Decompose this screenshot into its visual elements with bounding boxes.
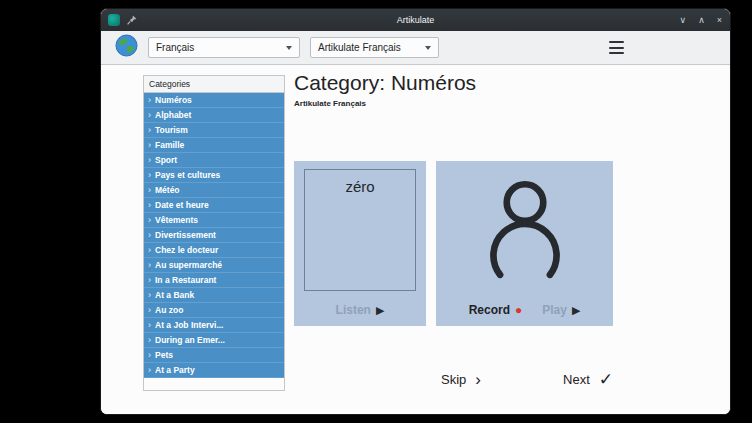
minimize-button[interactable]: ∨	[680, 16, 687, 25]
globe-icon	[115, 34, 138, 61]
chevron-down-icon	[425, 46, 431, 50]
toolbar: Français Artikulate Français	[101, 31, 730, 65]
chevron-right-icon: ›	[148, 126, 151, 135]
category-item-label: Pays et cultures	[155, 170, 220, 180]
play-icon[interactable]: ▶	[572, 305, 580, 316]
chevron-right-icon: ›	[148, 171, 151, 180]
category-item-label: Tourism	[155, 125, 188, 135]
page-title: Category: Numéros	[294, 71, 476, 95]
category-item[interactable]: › Météo	[144, 183, 284, 198]
category-item-label: At a Bank	[155, 290, 194, 300]
category-item[interactable]: › Pets	[144, 348, 284, 363]
chevron-right-icon: ›	[148, 231, 151, 240]
category-item[interactable]: › At a Party	[144, 363, 284, 378]
category-item[interactable]: › Au zoo	[144, 303, 284, 318]
category-item-label: Vêtements	[155, 215, 198, 225]
close-button[interactable]: ×	[717, 16, 722, 25]
category-item[interactable]: › Divertissement	[144, 228, 284, 243]
category-item[interactable]: › At a Bank	[144, 288, 284, 303]
categories-panel: Categories › Numéros › Alphabet › Touris…	[143, 75, 285, 391]
category-item[interactable]: › Sport	[144, 153, 284, 168]
category-item[interactable]: › Tourism	[144, 123, 284, 138]
category-item-label: Famille	[155, 140, 184, 150]
window-title: Artikulate	[101, 15, 730, 25]
play-button[interactable]: Play	[542, 303, 567, 317]
checkmark-icon: ✓	[599, 371, 613, 388]
category-item[interactable]: › Vêtements	[144, 213, 284, 228]
next-button[interactable]: Next ✓	[563, 371, 613, 388]
category-item-label: Au zoo	[155, 305, 183, 315]
category-item[interactable]: › Famille	[144, 138, 284, 153]
language-selector[interactable]: Français	[148, 37, 300, 58]
app-window: Artikulate ∨ ∧ × Français Artikulate Fra…	[100, 8, 731, 415]
category-item[interactable]: › Alphabet	[144, 108, 284, 123]
chevron-right-icon: ›	[148, 96, 151, 105]
category-item[interactable]: › Numéros	[144, 93, 284, 108]
category-item[interactable]: › Pays et cultures	[144, 168, 284, 183]
phrase-card: zéro Listen ▶	[294, 161, 426, 326]
record-button[interactable]: Record	[469, 303, 510, 317]
page-subtitle: Artikulate Français	[294, 99, 366, 108]
chevron-right-icon: ›	[148, 306, 151, 315]
record-card: Record ● Play ▶	[436, 161, 613, 326]
titlebar-left-icons	[108, 9, 137, 31]
record-icon[interactable]: ●	[515, 304, 522, 316]
category-item-label: Date et heure	[155, 200, 209, 210]
maximize-button[interactable]: ∧	[698, 16, 705, 25]
category-item-label: Au supermarché	[155, 260, 222, 270]
skip-button[interactable]: Skip ›	[441, 371, 481, 388]
menu-button[interactable]	[609, 41, 624, 54]
chevron-right-icon: ›	[148, 351, 151, 360]
chevron-down-icon	[286, 46, 292, 50]
pin-icon[interactable]	[127, 11, 137, 29]
chevron-right-icon: ›	[148, 261, 151, 270]
category-item[interactable]: › In a Restaurant	[144, 273, 284, 288]
category-item[interactable]: › Au supermarché	[144, 258, 284, 273]
chevron-right-icon: ›	[148, 336, 151, 345]
chevron-right-icon: ›	[148, 366, 151, 375]
categories-header: Categories	[144, 76, 284, 93]
chevron-right-icon: ›	[148, 201, 151, 210]
app-icon[interactable]	[108, 14, 120, 26]
phrase-text: zéro	[304, 169, 416, 291]
category-item[interactable]: › At a Job Intervi...	[144, 318, 284, 333]
chevron-right-icon: ›	[148, 141, 151, 150]
category-item-label: During an Emer...	[155, 335, 225, 345]
navigation-row: Skip › Next ✓	[441, 365, 613, 393]
category-list: › Numéros › Alphabet › Tourism › Famille…	[144, 93, 284, 378]
chevron-right-icon: ›	[148, 246, 151, 255]
category-item-label: At a Job Intervi...	[155, 320, 224, 330]
chevron-right-icon: ›	[148, 276, 151, 285]
course-selector[interactable]: Artikulate Français	[310, 37, 439, 58]
chevron-right-icon: ›	[148, 321, 151, 330]
category-item-label: Alphabet	[155, 110, 191, 120]
language-selector-value: Français	[156, 42, 194, 53]
chevron-right-icon: ›	[148, 156, 151, 165]
category-item-label: Divertissement	[155, 230, 216, 240]
category-item[interactable]: › During an Emer...	[144, 333, 284, 348]
category-item[interactable]: › Date et heure	[144, 198, 284, 213]
content-area: Categories › Numéros › Alphabet › Touris…	[101, 65, 730, 415]
category-item-label: In a Restaurant	[155, 275, 216, 285]
category-item-label: At a Party	[155, 365, 195, 375]
chevron-right-icon: ›	[475, 371, 481, 388]
category-item-label: Chez le docteur	[155, 245, 218, 255]
category-item[interactable]: › Chez le docteur	[144, 243, 284, 258]
category-item-label: Sport	[155, 155, 177, 165]
window-controls: ∨ ∧ ×	[680, 9, 722, 31]
chevron-right-icon: ›	[148, 111, 151, 120]
category-item-label: Numéros	[155, 95, 192, 105]
chevron-right-icon: ›	[148, 186, 151, 195]
course-selector-value: Artikulate Français	[318, 42, 401, 53]
chevron-right-icon: ›	[148, 291, 151, 300]
titlebar: Artikulate ∨ ∧ ×	[101, 9, 730, 31]
play-icon[interactable]: ▶	[376, 305, 384, 316]
category-item-label: Météo	[155, 185, 180, 195]
chevron-right-icon: ›	[148, 216, 151, 225]
category-item-label: Pets	[155, 350, 173, 360]
listen-button[interactable]: Listen	[336, 303, 371, 317]
